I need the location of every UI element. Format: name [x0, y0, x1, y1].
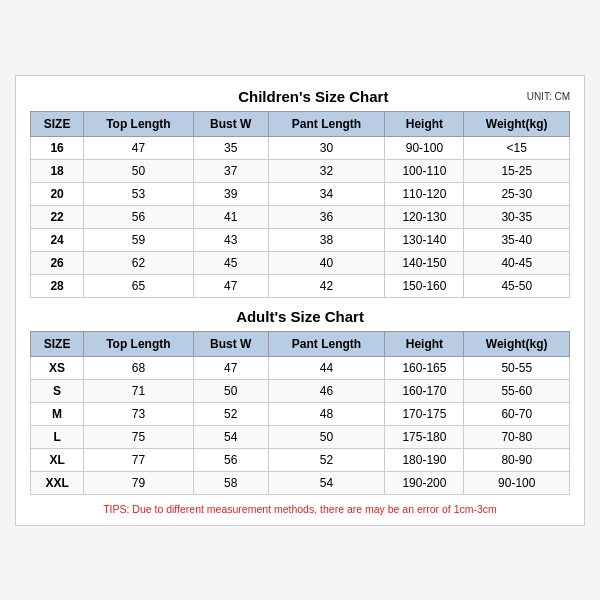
table-cell: 70-80 — [464, 425, 570, 448]
table-cell: 56 — [193, 448, 268, 471]
table-cell: 160-165 — [385, 356, 464, 379]
table-cell: 26 — [31, 251, 84, 274]
table-cell: 52 — [268, 448, 385, 471]
table-cell: 34 — [268, 182, 385, 205]
adults-col-top-length: Top Length — [84, 331, 193, 356]
children-header-row: SIZE Top Length Bust W Pant Length Heigh… — [31, 111, 570, 136]
table-cell: 170-175 — [385, 402, 464, 425]
table-row: 20533934110-12025-30 — [31, 182, 570, 205]
table-row: 28654742150-16045-50 — [31, 274, 570, 297]
table-cell: 80-90 — [464, 448, 570, 471]
table-cell: 32 — [268, 159, 385, 182]
table-cell: 130-140 — [385, 228, 464, 251]
table-cell: 47 — [193, 356, 268, 379]
table-cell: 38 — [268, 228, 385, 251]
table-cell: 65 — [84, 274, 193, 297]
table-row: 22564136120-13030-35 — [31, 205, 570, 228]
tips-text: TIPS: Due to different measurement metho… — [30, 503, 570, 515]
table-cell: 42 — [268, 274, 385, 297]
table-cell: 54 — [268, 471, 385, 494]
adults-title-row: Adult's Size Chart — [30, 308, 570, 325]
table-cell: M — [31, 402, 84, 425]
table-cell: 50 — [268, 425, 385, 448]
chart-container: Children's Size Chart UNIT: CM SIZE Top … — [15, 75, 585, 526]
children-col-top-length: Top Length — [84, 111, 193, 136]
table-cell: 58 — [193, 471, 268, 494]
table-cell: 190-200 — [385, 471, 464, 494]
table-cell: 52 — [193, 402, 268, 425]
children-col-bust: Bust W — [193, 111, 268, 136]
children-title-row: Children's Size Chart UNIT: CM — [30, 88, 570, 105]
table-cell: 45 — [193, 251, 268, 274]
table-cell: 90-100 — [464, 471, 570, 494]
table-cell: 22 — [31, 205, 84, 228]
adults-col-height: Height — [385, 331, 464, 356]
table-cell: 180-190 — [385, 448, 464, 471]
table-cell: L — [31, 425, 84, 448]
table-cell: 59 — [84, 228, 193, 251]
table-cell: 110-120 — [385, 182, 464, 205]
table-cell: 43 — [193, 228, 268, 251]
table-cell: 79 — [84, 471, 193, 494]
table-cell: 39 — [193, 182, 268, 205]
table-cell: 46 — [268, 379, 385, 402]
table-cell: 40-45 — [464, 251, 570, 274]
adults-title: Adult's Size Chart — [30, 308, 570, 325]
children-col-pant-length: Pant Length — [268, 111, 385, 136]
table-cell: 28 — [31, 274, 84, 297]
table-row: M735248170-17560-70 — [31, 402, 570, 425]
table-cell: 25-30 — [464, 182, 570, 205]
table-cell: 68 — [84, 356, 193, 379]
table-cell: 24 — [31, 228, 84, 251]
table-row: XXL795854190-20090-100 — [31, 471, 570, 494]
table-cell: 30-35 — [464, 205, 570, 228]
table-cell: 16 — [31, 136, 84, 159]
table-row: S715046160-17055-60 — [31, 379, 570, 402]
table-cell: 15-25 — [464, 159, 570, 182]
table-cell: 71 — [84, 379, 193, 402]
table-cell: 60-70 — [464, 402, 570, 425]
table-cell: 44 — [268, 356, 385, 379]
table-cell: 160-170 — [385, 379, 464, 402]
table-cell: 62 — [84, 251, 193, 274]
children-col-height: Height — [385, 111, 464, 136]
children-col-size: SIZE — [31, 111, 84, 136]
table-cell: 75 — [84, 425, 193, 448]
table-row: XL775652180-19080-90 — [31, 448, 570, 471]
table-cell: 50 — [84, 159, 193, 182]
table-cell: 140-150 — [385, 251, 464, 274]
table-cell: 50-55 — [464, 356, 570, 379]
table-cell: 73 — [84, 402, 193, 425]
unit-label: UNIT: CM — [527, 91, 570, 102]
adults-col-pant-length: Pant Length — [268, 331, 385, 356]
table-cell: XL — [31, 448, 84, 471]
children-title: Children's Size Chart — [100, 88, 527, 105]
table-cell: <15 — [464, 136, 570, 159]
table-cell: 53 — [84, 182, 193, 205]
table-cell: 41 — [193, 205, 268, 228]
adults-col-weight: Weight(kg) — [464, 331, 570, 356]
table-row: L755450175-18070-80 — [31, 425, 570, 448]
table-cell: 54 — [193, 425, 268, 448]
adults-col-size: SIZE — [31, 331, 84, 356]
table-cell: 35-40 — [464, 228, 570, 251]
table-cell: 47 — [193, 274, 268, 297]
table-cell: 120-130 — [385, 205, 464, 228]
table-cell: 45-50 — [464, 274, 570, 297]
table-cell: 150-160 — [385, 274, 464, 297]
table-cell: S — [31, 379, 84, 402]
table-cell: 175-180 — [385, 425, 464, 448]
table-cell: 37 — [193, 159, 268, 182]
table-cell: XS — [31, 356, 84, 379]
table-cell: 40 — [268, 251, 385, 274]
table-row: 1647353090-100<15 — [31, 136, 570, 159]
table-cell: 56 — [84, 205, 193, 228]
adults-table: SIZE Top Length Bust W Pant Length Heigh… — [30, 331, 570, 495]
adults-header-row: SIZE Top Length Bust W Pant Length Heigh… — [31, 331, 570, 356]
table-cell: 36 — [268, 205, 385, 228]
table-cell: 18 — [31, 159, 84, 182]
table-cell: 100-110 — [385, 159, 464, 182]
table-row: XS684744160-16550-55 — [31, 356, 570, 379]
children-table: SIZE Top Length Bust W Pant Length Heigh… — [30, 111, 570, 298]
adults-col-bust: Bust W — [193, 331, 268, 356]
